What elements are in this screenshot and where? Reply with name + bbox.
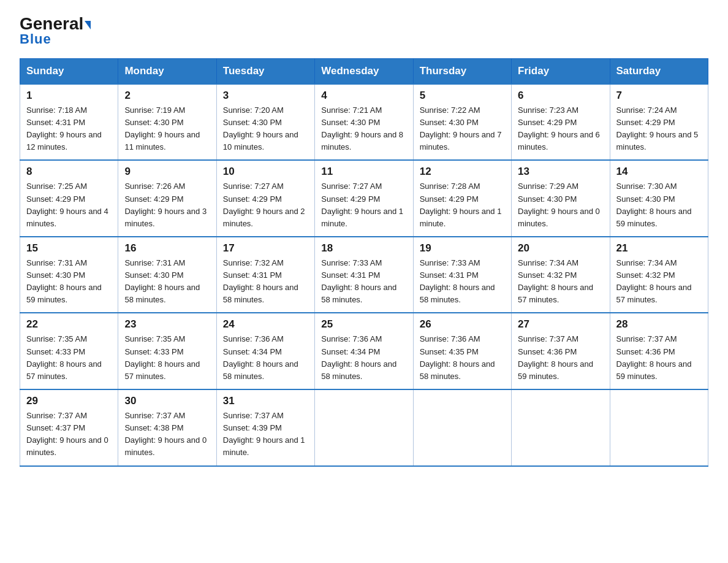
calendar-cell: 14Sunrise: 7:30 AMSunset: 4:30 PMDayligh… xyxy=(610,160,708,237)
day-number: 1 xyxy=(26,90,112,102)
calendar-header-row: SundayMondayTuesdayWednesdayThursdayFrid… xyxy=(20,58,708,84)
day-info: Sunrise: 7:20 AMSunset: 4:30 PMDaylight:… xyxy=(223,104,308,154)
day-info: Sunrise: 7:34 AMSunset: 4:32 PMDaylight:… xyxy=(616,257,702,307)
calendar-cell: 22Sunrise: 7:35 AMSunset: 4:33 PMDayligh… xyxy=(20,313,118,389)
logo-blue: Blue xyxy=(20,31,51,47)
calendar-cell: 18Sunrise: 7:33 AMSunset: 4:31 PMDayligh… xyxy=(315,237,413,313)
day-info: Sunrise: 7:27 AMSunset: 4:29 PMDaylight:… xyxy=(223,180,308,230)
day-info: Sunrise: 7:18 AMSunset: 4:31 PMDaylight:… xyxy=(26,104,112,154)
header-friday: Friday xyxy=(512,58,610,84)
calendar-cell: 3Sunrise: 7:20 AMSunset: 4:30 PMDaylight… xyxy=(216,84,314,161)
day-info: Sunrise: 7:37 AMSunset: 4:36 PMDaylight:… xyxy=(616,333,702,383)
calendar-cell xyxy=(610,389,708,466)
calendar-cell: 6Sunrise: 7:23 AMSunset: 4:29 PMDaylight… xyxy=(512,84,610,161)
calendar-cell: 10Sunrise: 7:27 AMSunset: 4:29 PMDayligh… xyxy=(216,160,314,237)
day-info: Sunrise: 7:33 AMSunset: 4:31 PMDaylight:… xyxy=(321,257,406,307)
day-info: Sunrise: 7:23 AMSunset: 4:29 PMDaylight:… xyxy=(518,104,603,154)
day-number: 28 xyxy=(616,318,702,331)
page-header: General Blue xyxy=(20,15,708,47)
calendar-cell: 30Sunrise: 7:37 AMSunset: 4:38 PMDayligh… xyxy=(118,389,216,466)
calendar-cell: 21Sunrise: 7:34 AMSunset: 4:32 PMDayligh… xyxy=(610,237,708,313)
calendar-cell: 8Sunrise: 7:25 AMSunset: 4:29 PMDaylight… xyxy=(20,160,118,237)
calendar-week-3: 15Sunrise: 7:31 AMSunset: 4:30 PMDayligh… xyxy=(20,237,708,313)
day-info: Sunrise: 7:24 AMSunset: 4:29 PMDaylight:… xyxy=(616,104,702,154)
day-number: 18 xyxy=(321,242,406,255)
day-number: 13 xyxy=(518,166,603,178)
day-number: 23 xyxy=(124,318,210,331)
day-number: 20 xyxy=(518,242,603,255)
calendar-cell: 9Sunrise: 7:26 AMSunset: 4:29 PMDaylight… xyxy=(118,160,216,237)
day-number: 19 xyxy=(420,242,505,255)
calendar-cell: 1Sunrise: 7:18 AMSunset: 4:31 PMDaylight… xyxy=(20,84,118,161)
day-number: 17 xyxy=(223,242,308,255)
day-number: 15 xyxy=(26,242,112,255)
day-info: Sunrise: 7:26 AMSunset: 4:29 PMDaylight:… xyxy=(124,180,210,230)
day-info: Sunrise: 7:30 AMSunset: 4:30 PMDaylight:… xyxy=(616,180,702,230)
header-tuesday: Tuesday xyxy=(216,58,314,84)
day-number: 30 xyxy=(124,395,210,407)
day-number: 11 xyxy=(321,166,406,178)
day-info: Sunrise: 7:19 AMSunset: 4:30 PMDaylight:… xyxy=(124,104,210,154)
day-info: Sunrise: 7:35 AMSunset: 4:33 PMDaylight:… xyxy=(26,333,112,383)
calendar-cell: 5Sunrise: 7:22 AMSunset: 4:30 PMDaylight… xyxy=(413,84,511,161)
calendar-week-5: 29Sunrise: 7:37 AMSunset: 4:37 PMDayligh… xyxy=(20,389,708,466)
day-number: 10 xyxy=(223,166,308,178)
day-info: Sunrise: 7:34 AMSunset: 4:32 PMDaylight:… xyxy=(518,257,603,307)
day-info: Sunrise: 7:31 AMSunset: 4:30 PMDaylight:… xyxy=(124,257,210,307)
day-info: Sunrise: 7:29 AMSunset: 4:30 PMDaylight:… xyxy=(518,180,603,230)
calendar-cell: 11Sunrise: 7:27 AMSunset: 4:29 PMDayligh… xyxy=(315,160,413,237)
calendar-cell: 15Sunrise: 7:31 AMSunset: 4:30 PMDayligh… xyxy=(20,237,118,313)
calendar-cell: 29Sunrise: 7:37 AMSunset: 4:37 PMDayligh… xyxy=(20,389,118,466)
day-number: 22 xyxy=(26,318,112,331)
calendar-cell: 16Sunrise: 7:31 AMSunset: 4:30 PMDayligh… xyxy=(118,237,216,313)
day-number: 4 xyxy=(321,90,406,102)
day-info: Sunrise: 7:36 AMSunset: 4:34 PMDaylight:… xyxy=(321,333,406,383)
day-number: 8 xyxy=(26,166,112,178)
calendar-cell: 12Sunrise: 7:28 AMSunset: 4:29 PMDayligh… xyxy=(413,160,511,237)
day-number: 9 xyxy=(124,166,210,178)
header-wednesday: Wednesday xyxy=(315,58,413,84)
day-number: 31 xyxy=(223,395,308,407)
day-number: 27 xyxy=(518,318,603,331)
logo-triangle-icon xyxy=(85,21,91,29)
day-number: 16 xyxy=(124,242,210,255)
calendar-cell: 4Sunrise: 7:21 AMSunset: 4:30 PMDaylight… xyxy=(315,84,413,161)
day-number: 7 xyxy=(616,90,702,102)
day-info: Sunrise: 7:33 AMSunset: 4:31 PMDaylight:… xyxy=(420,257,505,307)
day-info: Sunrise: 7:22 AMSunset: 4:30 PMDaylight:… xyxy=(420,104,505,154)
day-info: Sunrise: 7:37 AMSunset: 4:37 PMDaylight:… xyxy=(26,410,112,459)
day-info: Sunrise: 7:37 AMSunset: 4:39 PMDaylight:… xyxy=(223,410,308,459)
day-info: Sunrise: 7:37 AMSunset: 4:38 PMDaylight:… xyxy=(124,410,210,459)
day-number: 3 xyxy=(223,90,308,102)
day-number: 29 xyxy=(26,395,112,407)
day-number: 6 xyxy=(518,90,603,102)
calendar-cell xyxy=(512,389,610,466)
day-info: Sunrise: 7:28 AMSunset: 4:29 PMDaylight:… xyxy=(420,180,505,230)
day-number: 25 xyxy=(321,318,406,331)
calendar-cell: 19Sunrise: 7:33 AMSunset: 4:31 PMDayligh… xyxy=(413,237,511,313)
logo-general: General xyxy=(20,14,83,33)
day-number: 2 xyxy=(124,90,210,102)
calendar-cell: 23Sunrise: 7:35 AMSunset: 4:33 PMDayligh… xyxy=(118,313,216,389)
header-monday: Monday xyxy=(118,58,216,84)
day-info: Sunrise: 7:36 AMSunset: 4:34 PMDaylight:… xyxy=(223,333,308,383)
calendar-cell: 27Sunrise: 7:37 AMSunset: 4:36 PMDayligh… xyxy=(512,313,610,389)
day-number: 12 xyxy=(420,166,505,178)
day-info: Sunrise: 7:37 AMSunset: 4:36 PMDaylight:… xyxy=(518,333,603,383)
day-info: Sunrise: 7:21 AMSunset: 4:30 PMDaylight:… xyxy=(321,104,406,154)
calendar-week-2: 8Sunrise: 7:25 AMSunset: 4:29 PMDaylight… xyxy=(20,160,708,237)
calendar-cell: 24Sunrise: 7:36 AMSunset: 4:34 PMDayligh… xyxy=(216,313,314,389)
header-sunday: Sunday xyxy=(20,58,118,84)
calendar-cell: 31Sunrise: 7:37 AMSunset: 4:39 PMDayligh… xyxy=(216,389,314,466)
day-number: 5 xyxy=(420,90,505,102)
calendar-week-4: 22Sunrise: 7:35 AMSunset: 4:33 PMDayligh… xyxy=(20,313,708,389)
calendar-week-1: 1Sunrise: 7:18 AMSunset: 4:31 PMDaylight… xyxy=(20,84,708,161)
calendar-cell: 2Sunrise: 7:19 AMSunset: 4:30 PMDaylight… xyxy=(118,84,216,161)
calendar-cell: 26Sunrise: 7:36 AMSunset: 4:35 PMDayligh… xyxy=(413,313,511,389)
header-thursday: Thursday xyxy=(413,58,511,84)
calendar-cell: 13Sunrise: 7:29 AMSunset: 4:30 PMDayligh… xyxy=(512,160,610,237)
calendar-cell: 25Sunrise: 7:36 AMSunset: 4:34 PMDayligh… xyxy=(315,313,413,389)
header-saturday: Saturday xyxy=(610,58,708,84)
calendar-cell xyxy=(315,389,413,466)
day-number: 26 xyxy=(420,318,505,331)
